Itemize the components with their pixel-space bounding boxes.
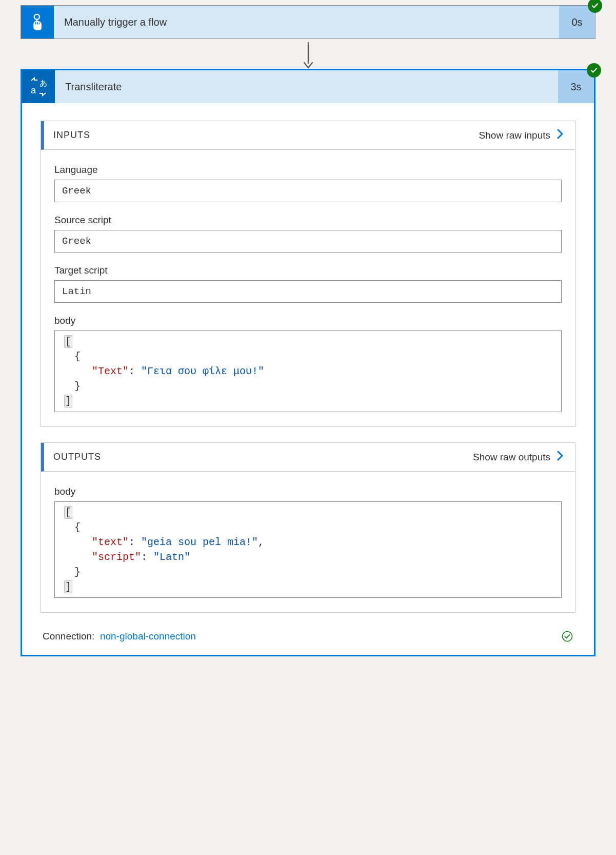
connection-label: Connection: [43, 631, 94, 642]
field-label: Language [54, 164, 562, 176]
show-raw-outputs-button[interactable]: Show raw outputs [473, 450, 564, 464]
input-body-json[interactable]: [{"Text": "Γεια σου φίλε μου!"}] [54, 331, 562, 412]
inputs-section: INPUTS Show raw inputs Language Greek [41, 121, 575, 427]
field-label: Source script [54, 215, 562, 226]
field-input-body: body [{"Text": "Γεια σου φίλε μου!"}] [54, 315, 562, 412]
connection-row: Connection: non-global-connection [41, 628, 575, 643]
flow-arrow-icon [21, 39, 595, 69]
field-label: body [54, 315, 562, 326]
field-target-script: Target script Latin [54, 265, 562, 303]
svg-point-4 [563, 632, 572, 642]
trigger-card[interactable]: Manually trigger a flow 0s [21, 5, 595, 39]
action-title: Transliterate [55, 70, 558, 103]
field-label: Target script [54, 265, 562, 276]
transliterate-icon: あ a [22, 70, 55, 103]
show-raw-outputs-label: Show raw outputs [473, 452, 550, 463]
outputs-title: OUTPUTS [53, 452, 101, 462]
show-raw-inputs-label: Show raw inputs [479, 130, 550, 141]
success-badge-icon [588, 0, 602, 13]
action-card: あ a Transliterate 3s INPUTS Show raw inp… [21, 69, 595, 656]
chevron-right-icon [557, 450, 564, 464]
show-raw-inputs-button[interactable]: Show raw inputs [479, 128, 564, 142]
success-badge-icon [587, 63, 601, 77]
field-value[interactable]: Latin [54, 280, 562, 303]
field-label: body [54, 486, 562, 497]
svg-text:あ: あ [39, 79, 47, 87]
connection-ok-icon [561, 630, 573, 643]
field-language: Language Greek [54, 164, 562, 202]
field-value[interactable]: Greek [54, 180, 562, 202]
field-source-script: Source script Greek [54, 215, 562, 252]
manual-trigger-icon [21, 6, 54, 38]
outputs-section: OUTPUTS Show raw outputs body [{"text": … [41, 442, 575, 613]
action-header[interactable]: あ a Transliterate 3s [22, 70, 594, 103]
chevron-right-icon [557, 128, 564, 142]
trigger-title: Manually trigger a flow [54, 6, 559, 38]
svg-text:a: a [31, 85, 36, 95]
field-output-body: body [{"text": "geia sou pel mia!","scri… [54, 486, 562, 598]
field-value[interactable]: Greek [54, 230, 562, 252]
connection-link[interactable]: non-global-connection [100, 631, 196, 642]
output-body-json[interactable]: [{"text": "geia sou pel mia!","script": … [54, 501, 562, 598]
inputs-title: INPUTS [53, 130, 90, 141]
